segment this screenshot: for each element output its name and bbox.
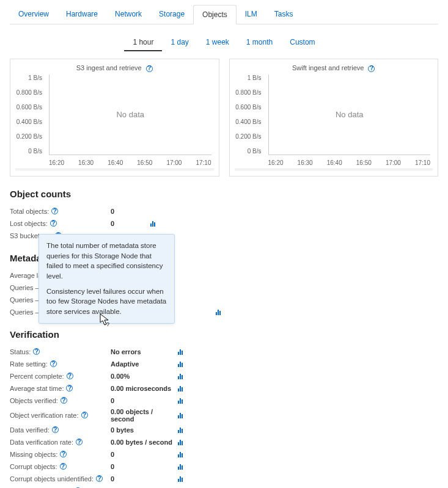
row-label: Percent complete:? (10, 373, 111, 380)
help-icon[interactable]: ? (67, 373, 73, 379)
bar-chart-icon[interactable] (178, 385, 183, 391)
svg-text:?: ? (106, 321, 109, 327)
plot-area: No data (49, 75, 211, 155)
row-label-text: Percent complete: (10, 373, 64, 380)
help-icon[interactable]: ? (76, 439, 83, 445)
verification-table: Status:?No errorsRate setting:?AdaptiveP… (10, 346, 438, 489)
data-row: Corrupt objects:?0 (10, 461, 438, 473)
row-label: Data verified:? (10, 426, 111, 434)
help-icon[interactable]: ? (33, 348, 40, 355)
tooltip-text: Consistency level failures occur when to… (46, 286, 167, 317)
bar-chart-icon[interactable] (178, 360, 183, 367)
tab-overview[interactable]: Overview (10, 5, 57, 24)
y-tick: 0.600 B/s (235, 104, 262, 111)
bar-chart-icon[interactable] (178, 426, 183, 433)
bar-chart-icon[interactable] (178, 373, 183, 379)
help-icon[interactable]: ? (61, 397, 67, 404)
x-tick: 17:10 (415, 159, 430, 166)
help-icon[interactable]: ? (60, 451, 67, 457)
bar-chart-icon[interactable] (178, 463, 183, 470)
y-tick: 0.800 B/s (235, 89, 262, 96)
time-tab-1-hour[interactable]: 1 hour (124, 34, 162, 51)
help-tooltip: The total number of metadata store queri… (39, 234, 175, 324)
data-row: Total objects:?0 (10, 205, 438, 217)
row-label-text: Missing objects: (10, 451, 57, 458)
row-label: Objects verified:? (10, 397, 111, 404)
chart-title: S3 ingest and retrieve ? (15, 64, 214, 72)
time-tab-1-month[interactable]: 1 month (238, 34, 281, 51)
row-value: 0.00% (111, 373, 178, 380)
x-tick: 17:00 (166, 159, 182, 166)
tab-ilm[interactable]: ILM (237, 5, 266, 24)
help-icon[interactable]: ? (60, 463, 67, 470)
row-label-text: Total objects: (10, 208, 49, 215)
help-icon[interactable]: ? (368, 65, 375, 72)
tab-hardware[interactable]: Hardware (57, 5, 106, 24)
row-value: 0.00 microseconds (111, 385, 178, 392)
help-icon[interactable]: ? (96, 475, 103, 482)
y-axis: 1 B/s0.800 B/s0.600 B/s0.400 B/s0.200 B/… (15, 75, 46, 155)
row-label: Total objects:? (10, 208, 111, 215)
x-axis: 16:2016:3016:4016:5017:0017:10 (268, 159, 431, 166)
bar-chart-icon[interactable] (178, 412, 183, 418)
x-tick: 16:50 (137, 159, 152, 166)
bar-chart-icon[interactable] (178, 348, 183, 355)
x-tick: 16:40 (108, 159, 123, 166)
time-tab-1-week[interactable]: 1 week (197, 34, 238, 51)
bar-chart-icon[interactable] (178, 439, 183, 445)
help-icon[interactable]: ? (66, 385, 73, 391)
bar-chart-icon[interactable] (178, 397, 183, 404)
y-tick: 1 B/s (235, 75, 262, 81)
row-label: Corrupt objects unidentified:? (10, 475, 111, 483)
help-icon[interactable]: ? (52, 426, 59, 433)
data-row: Data verified:?0 bytes (10, 424, 438, 436)
no-data-text: No data (116, 110, 144, 119)
bar-chart-icon[interactable] (178, 451, 183, 457)
row-value: 0.00 objects / second (111, 408, 178, 423)
help-icon[interactable]: ? (50, 220, 57, 227)
row-value: Adaptive (111, 360, 178, 368)
chart-scrollbar[interactable] (235, 169, 433, 171)
time-range-tabs: 1 hour1 day1 week1 monthCustom (10, 34, 438, 51)
y-tick: 1 B/s (15, 75, 42, 81)
data-row: Average stat time:?0.00 microseconds (10, 382, 438, 395)
time-tab-1-day[interactable]: 1 day (162, 34, 197, 51)
row-label-text: Corrupt objects unidentified: (10, 475, 94, 483)
x-tick: 16:20 (268, 159, 284, 166)
row-label: Average stat time:? (10, 385, 111, 392)
bar-chart-icon[interactable] (178, 475, 183, 482)
chart-swift: Swift ingest and retrieve ? 1 B/s0.800 B… (229, 59, 439, 177)
tab-storage[interactable]: Storage (150, 5, 193, 24)
x-tick: 16:30 (298, 159, 313, 166)
tab-objects[interactable]: Objects (193, 5, 237, 24)
chart-scrollbar[interactable] (15, 169, 214, 171)
row-value: 0 (111, 220, 150, 227)
row-value: 0 (111, 397, 178, 404)
row-label-text: Lost objects: (10, 220, 48, 227)
help-icon[interactable]: ? (50, 360, 57, 367)
x-tick: 16:50 (356, 159, 372, 166)
data-row: Status:?No errors (10, 346, 438, 358)
time-tab-custom[interactable]: Custom (281, 34, 323, 51)
help-icon[interactable]: ? (51, 208, 58, 214)
section-heading-object-counts: Object counts (10, 189, 438, 199)
help-icon[interactable]: ? (81, 412, 88, 418)
help-icon[interactable]: ? (146, 65, 153, 72)
chart-s3: S3 ingest and retrieve ? 1 B/s0.800 B/s0… (10, 59, 219, 177)
tab-tasks[interactable]: Tasks (266, 5, 302, 24)
bar-chart-icon[interactable] (150, 220, 155, 227)
tooltip-text: The total number of metadata store queri… (46, 241, 167, 282)
y-tick: 0.200 B/s (15, 133, 42, 140)
bar-chart-icon[interactable] (216, 308, 221, 315)
data-row: Objects verified:?0 (10, 395, 438, 407)
data-row: Rate setting:?Adaptive (10, 358, 438, 370)
data-row: Data verification rate:?0.00 bytes / sec… (10, 436, 438, 448)
tab-network[interactable]: Network (106, 5, 150, 24)
chart-title-text: Swift ingest and retrieve (292, 64, 364, 71)
row-label-text: Average stat time: (10, 385, 64, 392)
chart-title-text: S3 ingest and retrieve (76, 64, 142, 71)
row-label-text: Data verification rate: (10, 439, 73, 446)
row-value: No errors (111, 348, 178, 355)
data-row: Corrupt objects unidentified:?0 (10, 473, 438, 485)
row-label: Object verification rate:? (10, 412, 111, 419)
